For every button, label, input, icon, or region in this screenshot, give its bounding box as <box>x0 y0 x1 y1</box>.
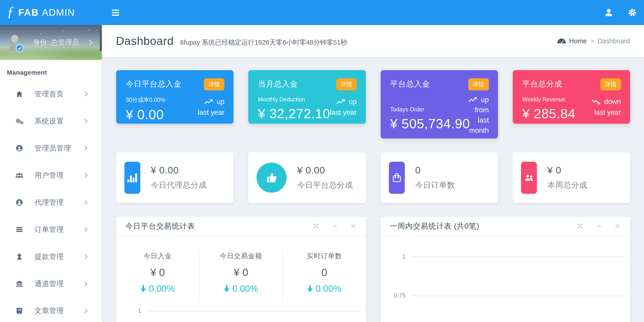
chevron-right-icon <box>84 146 88 151</box>
sidebar-section-label: Management <box>7 69 102 76</box>
fab-logo-icon: ƒ <box>7 4 14 19</box>
profile-panel[interactable]: 身份: 总管理员 <box>0 25 102 60</box>
y-axis-tick: 1 <box>116 308 141 314</box>
gridline <box>412 296 625 296</box>
stat-card-today-platform-deposit: 今日平台总入金 详情 30分成率0.00% ¥ 0.00 up last yea… <box>116 70 234 124</box>
chevron-right-icon <box>84 200 88 205</box>
chevron-right-icon <box>84 281 88 286</box>
y-axis-tick: 1 <box>381 253 406 260</box>
details-badge[interactable]: 详情 <box>336 78 357 90</box>
sidebar-item-user-management[interactable]: 用户管理 <box>0 162 102 189</box>
chevron-right-icon <box>84 172 88 178</box>
mini-card-platform-share-today: ¥ 0.00 今日平台总分成 <box>248 152 366 203</box>
sidebar-menu: 管理首页 系统设置 管理员管理 用户管理 代理管理 订单管理 <box>0 80 102 322</box>
user-icon[interactable] <box>604 8 614 17</box>
breadcrumb-home[interactable]: Home <box>569 37 587 45</box>
dashboard-gauge-icon <box>558 38 566 44</box>
brand-text: FAB ADMIN <box>18 7 75 18</box>
stat-col-today-volume: 今日交易金额 ¥ 0 0.00% <box>199 250 282 302</box>
mini-card-week-share: ¥ 0 本周总分成 <box>513 152 630 203</box>
cogs-icon <box>15 117 24 125</box>
panel-title: 今日平台交易统计表 <box>125 221 195 231</box>
week-chart: 1 0.75 <box>381 253 630 299</box>
breadcrumb-separator: > <box>590 38 594 45</box>
sidebar-item-agent-management[interactable]: 代理管理 <box>0 189 102 216</box>
avatar <box>6 33 24 52</box>
chevron-right-icon <box>84 91 88 97</box>
bank-icon <box>15 280 24 288</box>
stat-card-month-deposit: 当月总入金 详情 Monthly Deduction ¥ 32,272.10 u… <box>248 70 366 124</box>
users-icon <box>15 172 24 179</box>
dashboard-body: 今日平台总入金 详情 30分成率0.00% ¥ 0.00 up last yea… <box>102 57 644 322</box>
profile-identity-label: 身份: 总管理员 <box>33 38 79 47</box>
trending-up-icon <box>468 96 478 103</box>
thumbs-up-icon <box>256 162 286 193</box>
brand-text-light: ADMIN <box>42 7 75 18</box>
close-icon[interactable] <box>614 223 621 230</box>
chevron-right-icon <box>84 308 88 314</box>
user-circle-icon <box>15 198 24 206</box>
trending-down-icon <box>592 98 602 105</box>
stat-col-realtime-orders: 实时订单数 0 0.00% <box>282 250 366 302</box>
uptime-subtitle: 6fupay 系统已经稳定运行1926天零6小时零48分钟零51秒 <box>180 38 347 47</box>
collapse-icon[interactable] <box>331 223 338 230</box>
main-content: Dashboard 6fupay 系统已经稳定运行1926天零6小时零48分钟零… <box>102 25 644 322</box>
hamburger-menu-icon[interactable] <box>112 10 119 16</box>
collapse-icon[interactable] <box>596 223 602 230</box>
sidebar-item-system-settings[interactable]: 系统设置 <box>0 108 102 134</box>
stat-card-row: 今日平台总入金 详情 30分成率0.00% ¥ 0.00 up last yea… <box>116 70 630 138</box>
bar-chart-icon <box>124 162 140 194</box>
arrow-down-icon <box>140 285 146 292</box>
user-secret-icon <box>15 253 24 260</box>
sidebar-item-withdraw-management[interactable]: 提款管理 <box>0 243 102 270</box>
breadcrumb: Home > Dashboard <box>558 37 630 45</box>
gear-icon[interactable] <box>628 8 637 17</box>
close-icon[interactable] <box>350 223 357 230</box>
trending-up-icon <box>336 98 346 105</box>
stat-card-platform-total-share: 平台总分成 详情 Weekly Revenue ¥ 285.84 down la… <box>513 70 630 124</box>
user-circle-icon <box>15 144 24 152</box>
sidebar-scrollbar[interactable] <box>100 26 102 51</box>
list-icon <box>15 226 24 234</box>
home-icon <box>15 90 24 98</box>
mini-card-agent-share-today: ¥ 0.00 今日代理总分成 <box>116 152 234 203</box>
chevron-right-icon <box>84 254 88 260</box>
trending-up-icon <box>204 98 214 105</box>
gridline <box>412 257 625 257</box>
sidebar-item-channel-management[interactable]: 通道管理 <box>0 270 102 297</box>
mini-card-orders-today: 0 今日订单数 <box>381 152 498 203</box>
panel-today-transactions: 今日平台交易统计表 今日入金 ¥ 0 0.00% 今日交易金额 <box>116 217 366 322</box>
arrow-down-icon <box>307 285 313 292</box>
sidebar: 身份: 总管理员 Management 管理首页 系统设置 管理员管理 用户管理… <box>0 25 102 322</box>
y-axis-tick: 0.75 <box>381 292 406 299</box>
mini-card-row: ¥ 0.00 今日代理总分成 ¥ 0.00 今日平台总分成 0 <box>116 152 630 203</box>
sidebar-item-order-management[interactable]: 订单管理 <box>0 216 102 243</box>
chevron-right-icon <box>84 227 88 232</box>
panel-title: 一周内交易统计表 (共0笔) <box>390 221 480 231</box>
page-header: Dashboard 6fupay 系统已经稳定运行1926天零6小时零48分钟零… <box>102 25 644 57</box>
chevron-right-icon <box>84 118 88 124</box>
brand-text-bold: FAB <box>18 7 39 18</box>
topbar: ƒ FAB ADMIN <box>0 0 644 25</box>
users-icon <box>521 162 537 194</box>
details-badge[interactable]: 详情 <box>600 78 621 90</box>
today-chart: 1 <box>116 308 366 314</box>
details-badge[interactable]: 详情 <box>468 78 489 90</box>
shopping-bag-icon <box>389 162 405 194</box>
expand-icon[interactable] <box>577 223 584 230</box>
details-badge[interactable]: 详情 <box>204 78 224 90</box>
sidebar-item-admin-management[interactable]: 管理员管理 <box>0 134 102 162</box>
sidebar-item-article-management[interactable]: 文章管理 <box>0 297 102 322</box>
panel-week-transactions: 一周内交易统计表 (共0笔) 1 0.75 <box>381 217 630 322</box>
gridline <box>148 311 361 311</box>
page-title: Dashboard <box>116 34 174 48</box>
book-icon <box>15 307 24 315</box>
stat-col-today-deposit: 今日入金 ¥ 0 0.00% <box>116 250 199 302</box>
sidebar-item-home[interactable]: 管理首页 <box>0 80 102 108</box>
breadcrumb-current: Dashboard <box>598 37 630 45</box>
panel-row: 今日平台交易统计表 今日入金 ¥ 0 0.00% 今日交易金额 <box>116 217 630 322</box>
arrow-down-icon <box>224 285 230 292</box>
brand-logo[interactable]: ƒ FAB ADMIN <box>0 0 102 25</box>
stat-card-platform-total-deposit: 平台总入金 详情 Todays Order ¥ 505,734.90 up fr… <box>381 70 498 138</box>
expand-icon[interactable] <box>312 223 320 230</box>
